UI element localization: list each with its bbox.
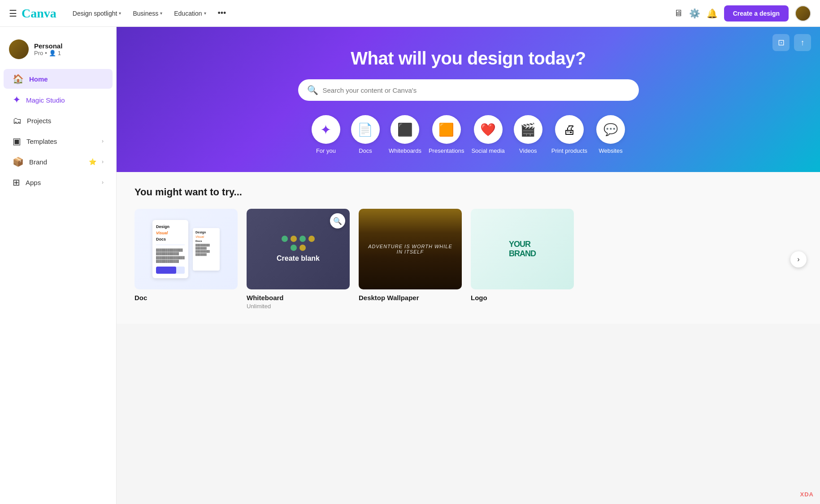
category-label: Websites: [599, 147, 622, 154]
social-media-icon-circle: ❤️: [474, 115, 503, 144]
brand-icon: 📦: [13, 156, 24, 167]
sidebar: Personal Pro • 👤 1 🏠 Home ✦ Magic Studio…: [0, 27, 117, 504]
nav-links: Design spotlight ▾ Business ▾ Education …: [68, 6, 231, 21]
hero-banner: ⊡ ↑ What will you design today? 🔍 ✦ For …: [117, 27, 820, 172]
chevron-down-icon: ▾: [119, 11, 121, 16]
print-products-icon-circle: 🖨: [555, 115, 584, 144]
user-badge: Pro • 👤 1: [34, 50, 62, 56]
category-row: ✦ For you 📄 Docs ⬛ Whiteboards: [134, 115, 802, 154]
settings-icon[interactable]: ⚙️: [689, 8, 700, 19]
create-design-button[interactable]: Create a design: [724, 5, 789, 22]
try-title: You might want to try...: [134, 186, 802, 198]
resize-icon-button[interactable]: ⊡: [772, 34, 790, 51]
card-logo[interactable]: YOURBRAND Logo: [471, 209, 574, 310]
next-cards-button[interactable]: ›: [790, 251, 807, 267]
category-social-media[interactable]: ❤️ Social media: [471, 115, 504, 154]
sidebar-item-projects[interactable]: 🗂 Projects: [4, 111, 113, 130]
topnav-right: 🖥 ⚙️ 🔔 Create a design: [674, 5, 811, 22]
hamburger-menu[interactable]: ☰: [9, 8, 17, 19]
sidebar-item-templates[interactable]: ▣ Templates ›: [4, 131, 113, 151]
card-label: Whiteboard: [247, 294, 350, 302]
sidebar-item-label: Projects: [27, 117, 104, 125]
search-input[interactable]: [323, 86, 630, 94]
nav-business[interactable]: Business ▾: [128, 7, 167, 20]
sidebar-item-label: Magic Studio: [26, 96, 104, 104]
apps-icon: ⊞: [13, 177, 20, 188]
category-label: Presentations: [429, 147, 464, 154]
sidebar-item-brand[interactable]: 📦 Brand ⭐ ›: [4, 152, 113, 172]
chevron-right-icon: ›: [102, 179, 104, 185]
projects-icon: 🗂: [13, 116, 22, 126]
whiteboard-card-thumbnail: 🔍 Create blank: [247, 209, 350, 289]
user-name: Personal: [34, 42, 62, 50]
logo-card-thumbnail: YOURBRAND: [471, 209, 574, 289]
cards-wrapper: Design Visual Docs █████████████████████…: [134, 209, 802, 310]
category-presentations[interactable]: 🟧 Presentations: [429, 115, 464, 154]
whiteboard-dots: [280, 236, 316, 251]
xda-watermark: XDA: [800, 491, 814, 498]
category-videos[interactable]: 🎬 Videos: [512, 115, 544, 154]
wb-dot-green3: [291, 245, 297, 251]
wb-dot-yellow: [291, 236, 297, 242]
wb-dot-green: [282, 236, 288, 242]
cards-row: Design Visual Docs █████████████████████…: [134, 209, 802, 310]
sidebar-item-magic-studio[interactable]: ✦ Magic Studio: [4, 90, 113, 110]
wb-dot-yellow3: [299, 245, 306, 251]
notifications-icon[interactable]: 🔔: [707, 8, 718, 19]
create-blank-label: Create blank: [277, 254, 320, 263]
wallpaper-image: Adventure is worth while in itself: [359, 209, 462, 289]
sidebar-user-avatar[interactable]: [9, 39, 29, 59]
category-print-products[interactable]: 🖨 Print products: [551, 115, 587, 154]
nav-education[interactable]: Education ▾: [169, 7, 210, 20]
user-avatar[interactable]: [795, 5, 811, 22]
sidebar-item-home[interactable]: 🏠 Home: [4, 69, 113, 89]
wallpaper-quote: Adventure is worth while in itself: [366, 244, 455, 254]
websites-icon-circle: 💬: [596, 115, 625, 144]
card-desktop-wallpaper[interactable]: Adventure is worth while in itself Deskt…: [359, 209, 462, 310]
category-for-you[interactable]: ✦ For you: [310, 115, 342, 154]
user-info: Personal Pro • 👤 1: [0, 34, 116, 68]
videos-icon-circle: 🎬: [514, 115, 542, 144]
chevron-down-icon: ▾: [160, 11, 162, 16]
templates-icon: ▣: [13, 136, 21, 146]
canva-logo[interactable]: Canva: [22, 6, 56, 21]
sidebar-item-apps[interactable]: ⊞ Apps ›: [4, 172, 113, 192]
wb-dot-green2: [299, 236, 306, 242]
main-content: ⊡ ↑ What will you design today? 🔍 ✦ For …: [117, 27, 820, 504]
top-navigation: ☰ Canva Design spotlight ▾ Business ▾ Ed…: [0, 0, 820, 27]
doc-preview-small: Design Visual Docs █████████████████████…: [193, 228, 220, 271]
logo-brand-text: YOURBRAND: [509, 240, 536, 258]
category-websites[interactable]: 💬 Websites: [594, 115, 627, 154]
sidebar-item-label: Home: [29, 75, 104, 83]
upload-icon-button[interactable]: ↑: [794, 34, 811, 51]
wb-dot-yellow2: [308, 236, 315, 242]
chevron-right-icon: ›: [102, 159, 104, 165]
category-docs[interactable]: 📄 Docs: [349, 115, 382, 154]
home-icon: 🏠: [13, 73, 24, 84]
user-details: Personal Pro • 👤 1: [34, 42, 62, 56]
nav-more-button[interactable]: •••: [213, 6, 231, 21]
whiteboards-icon-circle: ⬛: [390, 115, 419, 144]
category-label: Social media: [471, 147, 504, 154]
logo-preview: YOURBRAND: [471, 209, 574, 289]
search-whiteboard-button[interactable]: 🔍: [330, 213, 345, 228]
category-label: For you: [316, 147, 336, 154]
monitor-icon[interactable]: 🖥: [674, 8, 683, 18]
chevron-right-icon: ›: [102, 138, 104, 144]
chevron-down-icon: ▾: [204, 11, 206, 16]
docs-icon-circle: 📄: [351, 115, 380, 144]
category-label: Docs: [359, 147, 372, 154]
magic-studio-icon: ✦: [13, 94, 21, 106]
hero-title: What will you design today?: [134, 48, 802, 69]
category-label: Whiteboards: [389, 147, 421, 154]
card-doc[interactable]: Design Visual Docs █████████████████████…: [134, 209, 238, 310]
sidebar-item-label: Templates: [26, 138, 96, 145]
nav-design-spotlight[interactable]: Design spotlight ▾: [68, 7, 126, 20]
card-whiteboard[interactable]: 🔍 Create blank Whiteboard: [247, 209, 350, 310]
main-layout: Personal Pro • 👤 1 🏠 Home ✦ Magic Studio…: [0, 27, 820, 504]
category-label: Videos: [519, 147, 537, 154]
category-whiteboards[interactable]: ⬛ Whiteboards: [389, 115, 421, 154]
wallpaper-card-thumbnail: Adventure is worth while in itself: [359, 209, 462, 289]
card-label: Logo: [471, 294, 574, 302]
doc-preview-large: Design Visual Docs █████████████████████…: [152, 220, 188, 278]
